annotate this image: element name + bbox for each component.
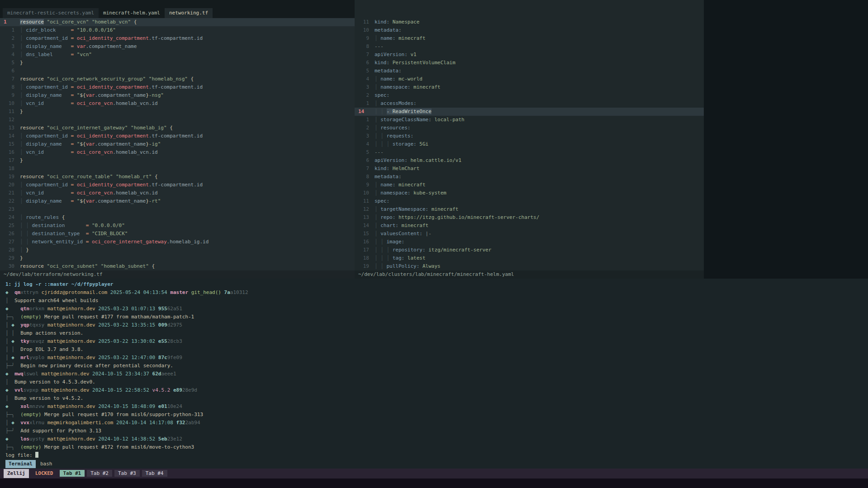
code-line[interactable]: 7resource "oci_core_network_security_gro… (0, 75, 355, 83)
code-line[interactable]: 1│ accessModes: (355, 99, 704, 108)
code-text: │ vcn_id = oci_core_vcn.homelab_vcn.id (15, 189, 158, 197)
code-line[interactable]: 8metadata: (355, 173, 704, 181)
code-line[interactable]: 8--- (355, 43, 704, 51)
code-line[interactable]: 5metadata: (355, 67, 704, 75)
code-line[interactable]: 9│ name: minecraft (355, 181, 704, 189)
code-line[interactable]: 4│ name: mc-world (355, 75, 704, 83)
line-number: 6 (0, 67, 15, 75)
token-cid: qm (14, 289, 20, 295)
code-line[interactable]: 3│ │ requests: (355, 132, 704, 140)
code-line[interactable]: 12 (0, 116, 355, 124)
code-line[interactable]: 8│ compartment_id = oci_identity_compart… (0, 83, 355, 91)
code-line[interactable]: 7kind: HelmChart (355, 165, 704, 173)
code-line[interactable]: 14│ │ - ReadWriteOnce (355, 108, 704, 116)
code-line[interactable]: 6apiVersion: helm.cattle.io/v1 (355, 156, 704, 165)
token-g: │ (20, 149, 23, 155)
code-line[interactable]: 16│ vcn_id = oci_core_vcn.homelab_vcn.id (0, 148, 355, 156)
tab-inactive[interactable]: Tab #2 (87, 470, 112, 477)
code-line[interactable]: 27│ │ network_entity_id = oci_core_inter… (0, 238, 355, 246)
code-line[interactable]: 21│ vcn_id = oci_core_vcn.homelab_vcn.id (0, 189, 355, 197)
token-p (14, 346, 20, 352)
token-desc: Drop EOL 3.7 and 3.8. (20, 346, 83, 352)
code-line[interactable]: 20│ compartment_id = oci_identity_compar… (0, 181, 355, 189)
code-text: apiVersion: helm.cattle.io/v1 (370, 156, 461, 165)
token-k: name: (380, 76, 395, 82)
left-code-area[interactable]: 1resource "oci_core_vcn" "homelab_vcn" {… (0, 18, 355, 270)
tab-inactive[interactable]: Tab #3 (114, 470, 140, 477)
code-line[interactable]: 23 (0, 205, 355, 213)
right-code-area[interactable]: 11kind: Namespace10metadata:9│ name: min… (355, 18, 704, 270)
pane-tab-terminal[interactable]: Terminal (5, 460, 36, 468)
code-text: │ display_name = "${var.compartment_name… (15, 140, 161, 148)
code-line[interactable]: 1│ cidr_block = "10.0.0.0/16" (0, 26, 355, 34)
buffer-tab[interactable]: networking.tf (165, 8, 213, 18)
code-line[interactable]: 10metadata: (355, 26, 704, 34)
code-text: │ display_name = "${var.compartment_name… (15, 197, 161, 205)
right-editor-pane[interactable]: 11kind: Namespace10metadata:9│ name: min… (355, 0, 704, 279)
code-line[interactable]: 30resource "oci_core_subnet" "homelab_su… (0, 262, 355, 270)
code-line[interactable]: 2│ resources: (355, 124, 704, 132)
code-line[interactable]: 6 (0, 67, 355, 75)
code-line[interactable]: 12│ targetNamespace: minecraft (355, 205, 704, 213)
code-line[interactable]: 5} (0, 59, 355, 67)
code-line[interactable]: 9│ display_name = "${var.compartment_nam… (0, 91, 355, 99)
code-line[interactable]: 4│ │ │ storage: 5Gi (355, 140, 704, 148)
code-line[interactable]: 7apiVersion: v1 (355, 51, 704, 59)
code-line[interactable]: 26│ │ destination_type = "CIDR_BLOCK" (0, 230, 355, 238)
code-line[interactable]: 15│ valuesContent: |- (355, 230, 704, 238)
code-line[interactable]: 14│ compartment_id = oci_identity_compar… (0, 132, 355, 140)
code-line[interactable]: 4│ dns_label = "vcn" (0, 51, 355, 59)
token-kw: resource (20, 263, 44, 269)
tab-inactive[interactable]: Tab #4 (142, 470, 167, 477)
token-em: matt@einhorn.dev (47, 355, 95, 360)
token-p (14, 363, 20, 369)
token-cid2: orkxn (29, 306, 44, 312)
code-line[interactable]: 10│ vcn_id = oci_core_vcn.homelab_vcn.id (0, 99, 355, 108)
code-line[interactable]: 17│ │ │ repository: itzg/minecraft-serve… (355, 246, 704, 254)
code-line[interactable]: 18│ │ │ tag: latest (355, 254, 704, 262)
line-number: 6 (355, 59, 370, 67)
tab-active[interactable]: Tab #1 (60, 470, 85, 477)
token-s: HelmChart (389, 166, 419, 171)
code-line[interactable]: 1resource "oci_core_vcn" "homelab_vcn" { (0, 18, 355, 26)
code-line[interactable]: 2spec: (355, 91, 704, 99)
code-line[interactable]: 5--- (355, 148, 704, 156)
code-line[interactable]: 11} (0, 108, 355, 116)
code-line[interactable]: 29} (0, 254, 355, 262)
code-line[interactable]: 3│ namespace: minecraft (355, 83, 704, 91)
token-p (74, 43, 77, 49)
code-line[interactable]: 17} (0, 156, 355, 165)
code-line[interactable]: 10│ namespace: kube-system (355, 189, 704, 197)
code-line[interactable]: 3│ display_name = var.compartment_name (0, 43, 355, 51)
token-r: oci_core_vcn (77, 149, 113, 155)
code-line[interactable]: 11spec: (355, 197, 704, 205)
terminal-pane[interactable]: 1: jj log -r ::master ~/d/ffpyplayer ◆ q… (0, 279, 868, 460)
terminal-prompt-line[interactable]: log file: (0, 451, 868, 460)
token-k: compartment_id (26, 182, 68, 188)
code-line[interactable]: 9│ name: minecraft (355, 34, 704, 43)
code-line[interactable]: 13│ repo: https://itzg.github.io/minecra… (355, 213, 704, 222)
code-line[interactable]: 28│ } (0, 246, 355, 254)
token-p (9, 371, 14, 377)
code-line[interactable]: 19│ │ pullPolicy: Always (355, 262, 704, 270)
code-line[interactable]: 22│ display_name = "${var.compartment_na… (0, 197, 355, 205)
code-line[interactable]: 13resource "oci_core_internet_gateway" "… (0, 124, 355, 132)
code-line[interactable]: 2│ compartment_id = oci_identity_compart… (0, 34, 355, 43)
token-g: │ (20, 190, 23, 196)
code-line[interactable]: 19resource "oci_core_route_table" "homel… (0, 173, 355, 181)
code-line[interactable]: 24│ route_rules { (0, 213, 355, 222)
code-line[interactable]: 11kind: Namespace (355, 18, 704, 26)
code-line[interactable]: 18 (0, 165, 355, 173)
code-line[interactable]: 14│ chart: minecraft (355, 222, 704, 230)
left-editor-pane[interactable]: minecraft-restic-secrets.yamlminecraft-h… (0, 0, 355, 279)
code-line[interactable]: 16│ │ image: (355, 238, 704, 246)
code-line[interactable]: 1│ storageClassName: local-path (355, 116, 704, 124)
code-line[interactable]: 6kind: PersistentVolumeClaim (355, 59, 704, 67)
buffer-tab[interactable]: minecraft-restic-secrets.yaml (3, 8, 99, 18)
token-s: "homelab_ig" (131, 125, 166, 131)
code-line[interactable]: 25│ │ destination = "0.0.0.0/0" (0, 222, 355, 230)
buffer-tab[interactable]: minecraft-helm.yaml (99, 8, 165, 18)
code-line[interactable]: 15│ display_name = "${var.compartment_na… (0, 140, 355, 148)
token-node: ◆ (11, 338, 14, 344)
token-gr: │ (5, 298, 9, 303)
